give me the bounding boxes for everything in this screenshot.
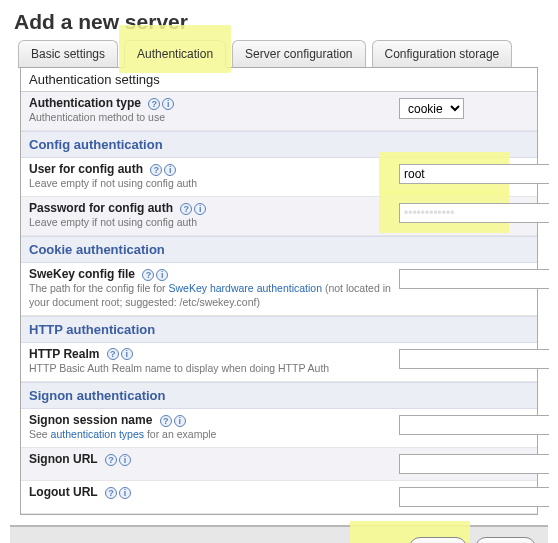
- signon-name-label: Signon session name: [29, 413, 152, 427]
- tab-authentication[interactable]: Authentication: [124, 40, 226, 68]
- row-password: Password for config auth ? i Leave empty…: [21, 197, 537, 236]
- auth-type-desc: Authentication method to use: [29, 111, 399, 124]
- row-auth-type: Authentication type ? i Authentication m…: [21, 92, 537, 131]
- info-icon[interactable]: i: [174, 415, 186, 427]
- auth-type-label: Authentication type: [29, 96, 141, 110]
- tab-configuration-storage[interactable]: Configuration storage: [372, 40, 513, 68]
- info-icon[interactable]: i: [156, 269, 168, 281]
- signon-name-desc: See authentication types for an example: [29, 428, 399, 441]
- tab-basic-settings[interactable]: Basic settings: [18, 40, 118, 68]
- user-desc: Leave empty if not using config auth: [29, 177, 399, 190]
- section-signon-auth: Signon authentication: [21, 382, 537, 409]
- section-http-auth: HTTP authentication: [21, 316, 537, 343]
- password-desc: Leave empty if not using config auth: [29, 216, 399, 229]
- swekey-desc: The path for the config file for SweKey …: [29, 282, 399, 308]
- signon-name-input[interactable]: [399, 415, 549, 435]
- help-icon[interactable]: ?: [142, 269, 154, 281]
- password-input[interactable]: [399, 203, 549, 223]
- swekey-desc-pre: The path for the config file for: [29, 282, 169, 294]
- info-icon[interactable]: i: [162, 98, 174, 110]
- section-cookie-auth: Cookie authentication: [21, 236, 537, 263]
- help-icon[interactable]: ?: [160, 415, 172, 427]
- row-http-realm: HTTP Realm ? i HTTP Basic Auth Realm nam…: [21, 343, 537, 382]
- page-title: Add a new server: [0, 0, 558, 40]
- info-icon[interactable]: i: [121, 348, 133, 360]
- help-icon[interactable]: ?: [150, 164, 162, 176]
- signon-desc-post: for an example: [144, 428, 216, 440]
- signon-url-label: Signon URL: [29, 452, 98, 466]
- row-logout-url: Logout URL ? i: [21, 481, 537, 514]
- help-icon[interactable]: ?: [148, 98, 160, 110]
- user-input[interactable]: [399, 164, 549, 184]
- tabs-bar: Basic settings Authentication Server con…: [0, 40, 558, 515]
- reset-button[interactable]: Reset: [475, 537, 536, 543]
- tab-server-configuration[interactable]: Server configuration: [232, 40, 365, 68]
- help-icon[interactable]: ?: [105, 487, 117, 499]
- help-icon[interactable]: ?: [105, 454, 117, 466]
- realm-desc: HTTP Basic Auth Realm name to display wh…: [29, 362, 399, 375]
- signon-url-input[interactable]: [399, 454, 549, 474]
- swekey-input[interactable]: [399, 269, 549, 289]
- row-signon-url: Signon URL ? i: [21, 448, 537, 481]
- help-icon[interactable]: ?: [180, 203, 192, 215]
- info-icon[interactable]: i: [194, 203, 206, 215]
- row-swekey: SweKey config file ? i The path for the …: [21, 263, 537, 315]
- swekey-link[interactable]: SweKey hardware authentication: [169, 282, 323, 294]
- auth-types-link[interactable]: authentication types: [51, 428, 144, 440]
- panel-header: Authentication settings: [21, 68, 537, 92]
- info-icon[interactable]: i: [164, 164, 176, 176]
- footer-bar: Save Reset: [10, 525, 548, 543]
- help-icon[interactable]: ?: [107, 348, 119, 360]
- logout-url-label: Logout URL: [29, 485, 98, 499]
- realm-label: HTTP Realm: [29, 347, 99, 361]
- auth-type-select[interactable]: cookie: [399, 98, 464, 119]
- info-icon[interactable]: i: [119, 454, 131, 466]
- password-label: Password for config auth: [29, 201, 173, 215]
- info-icon[interactable]: i: [119, 487, 131, 499]
- signon-desc-pre: See: [29, 428, 51, 440]
- row-signon-name: Signon session name ? i See authenticati…: [21, 409, 537, 448]
- save-button[interactable]: Save: [409, 537, 467, 543]
- user-label: User for config auth: [29, 162, 143, 176]
- realm-input[interactable]: [399, 349, 549, 369]
- logout-url-input[interactable]: [399, 487, 549, 507]
- settings-panel: Authentication settings Authentication t…: [20, 67, 538, 515]
- swekey-label: SweKey config file: [29, 267, 135, 281]
